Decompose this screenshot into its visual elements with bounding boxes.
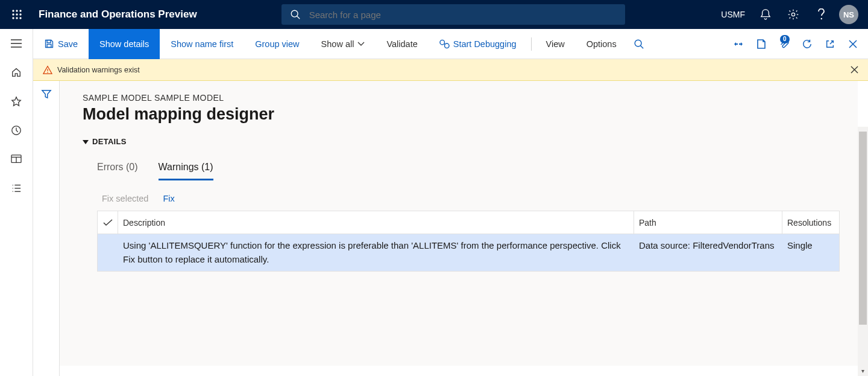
details-section-label: DETAILS <box>92 137 127 146</box>
start-debugging-button[interactable]: Start Debugging <box>429 29 527 59</box>
separator <box>531 37 532 51</box>
details-section-toggle[interactable]: DETAILS <box>83 137 840 146</box>
group-view-label: Group view <box>255 39 299 49</box>
recent-icon[interactable] <box>0 116 33 145</box>
start-debugging-label: Start Debugging <box>453 39 517 49</box>
svg-point-7 <box>16 17 17 19</box>
company-selector[interactable]: USMF <box>716 10 750 19</box>
modules-icon[interactable] <box>0 174 33 203</box>
attachments-count-badge: 0 <box>780 35 790 43</box>
svg-rect-27 <box>47 44 51 47</box>
tab-warnings[interactable]: Warnings (1) <box>159 157 213 180</box>
select-all-checkbox[interactable] <box>98 211 118 234</box>
search-input[interactable] <box>309 10 617 20</box>
svg-point-3 <box>12 13 14 15</box>
debug-icon <box>439 39 450 49</box>
svg-rect-26 <box>47 40 51 43</box>
app-title: Finance and Operations Preview <box>39 8 197 21</box>
personalize-icon[interactable] <box>727 29 750 59</box>
save-button[interactable]: Save <box>33 29 89 59</box>
view-menu[interactable]: View <box>535 29 576 59</box>
group-view-button[interactable]: Group view <box>244 29 310 59</box>
collapse-caret-icon <box>83 139 89 145</box>
cell-resolutions: Single <box>782 239 839 253</box>
gear-icon[interactable] <box>781 0 805 29</box>
warning-banner: Validation warnings exist <box>33 59 868 81</box>
svg-point-6 <box>12 17 14 19</box>
fix-button[interactable]: Fix <box>163 194 174 203</box>
warning-triangle-icon <box>43 65 52 75</box>
validate-button[interactable]: Validate <box>376 29 428 59</box>
search-icon <box>290 9 301 20</box>
svg-point-29 <box>444 43 449 48</box>
svg-point-37 <box>47 72 48 73</box>
scrollbar-thumb[interactable] <box>859 132 867 325</box>
waffle-launcher-icon[interactable] <box>7 10 27 19</box>
save-icon <box>44 39 54 49</box>
close-icon[interactable] <box>841 29 864 59</box>
banner-close-icon[interactable] <box>851 66 858 74</box>
svg-point-1 <box>16 10 17 11</box>
svg-point-8 <box>19 17 21 19</box>
cell-path: Data source: FilteredVendorTrans <box>634 239 782 253</box>
show-name-first-button[interactable]: Show name first <box>160 29 244 59</box>
hamburger-icon[interactable] <box>0 29 33 58</box>
page-title: Model mapping designer <box>83 105 840 124</box>
show-name-first-label: Show name first <box>171 39 233 49</box>
cell-description: Using 'ALLITEMSQUERY' function for the e… <box>118 239 634 266</box>
scrollbar-down-arrow[interactable]: ▾ <box>858 366 868 376</box>
search-box[interactable] <box>281 4 625 25</box>
find-icon[interactable] <box>627 29 650 59</box>
popout-icon[interactable] <box>819 29 841 59</box>
svg-line-33 <box>830 40 833 43</box>
notifications-icon[interactable] <box>753 0 778 29</box>
refresh-icon[interactable] <box>796 29 819 59</box>
breadcrumb: SAMPLE MODEL SAMPLE MODEL <box>83 93 840 103</box>
svg-point-9 <box>291 10 298 17</box>
col-header-path[interactable]: Path <box>634 211 782 234</box>
show-details-button[interactable]: Show details <box>89 29 160 59</box>
svg-line-32 <box>640 45 643 48</box>
page-options-icon[interactable] <box>750 29 773 59</box>
attachments-button[interactable]: 0 <box>773 29 796 59</box>
svg-point-4 <box>16 13 17 15</box>
chevron-down-icon <box>357 42 365 46</box>
workspaces-icon[interactable] <box>0 145 33 174</box>
svg-point-2 <box>19 10 21 11</box>
save-label: Save <box>58 39 78 49</box>
help-icon[interactable] <box>809 0 833 29</box>
svg-line-10 <box>297 16 300 19</box>
view-label: View <box>546 39 565 49</box>
show-all-label: Show all <box>321 39 354 49</box>
vertical-scrollbar[interactable]: ▾ <box>858 127 868 376</box>
svg-point-28 <box>440 40 445 45</box>
home-icon[interactable] <box>0 58 33 87</box>
col-header-resolutions[interactable]: Resolutions <box>782 211 839 234</box>
avatar-initials: NS <box>839 5 858 24</box>
svg-point-0 <box>12 10 14 11</box>
favorites-icon[interactable] <box>0 87 33 116</box>
svg-point-31 <box>635 40 641 46</box>
svg-point-12 <box>820 18 822 19</box>
user-avatar[interactable]: NS <box>837 0 861 29</box>
fix-selected-button: Fix selected <box>102 194 148 203</box>
options-label: Options <box>587 39 617 49</box>
filter-funnel-icon[interactable] <box>33 81 60 107</box>
validate-label: Validate <box>386 39 417 49</box>
warning-banner-text: Validation warnings exist <box>57 66 140 74</box>
show-all-dropdown[interactable]: Show all <box>310 29 376 59</box>
tab-errors[interactable]: Errors (0) <box>97 157 138 180</box>
options-menu[interactable]: Options <box>576 29 627 59</box>
col-header-description[interactable]: Description <box>118 211 634 234</box>
show-details-label: Show details <box>99 39 149 49</box>
svg-point-5 <box>19 13 21 15</box>
svg-point-11 <box>791 13 794 16</box>
table-row[interactable]: Using 'ALLITEMSQUERY' function for the e… <box>98 234 839 271</box>
table-header: Description Path Resolutions <box>98 211 839 234</box>
